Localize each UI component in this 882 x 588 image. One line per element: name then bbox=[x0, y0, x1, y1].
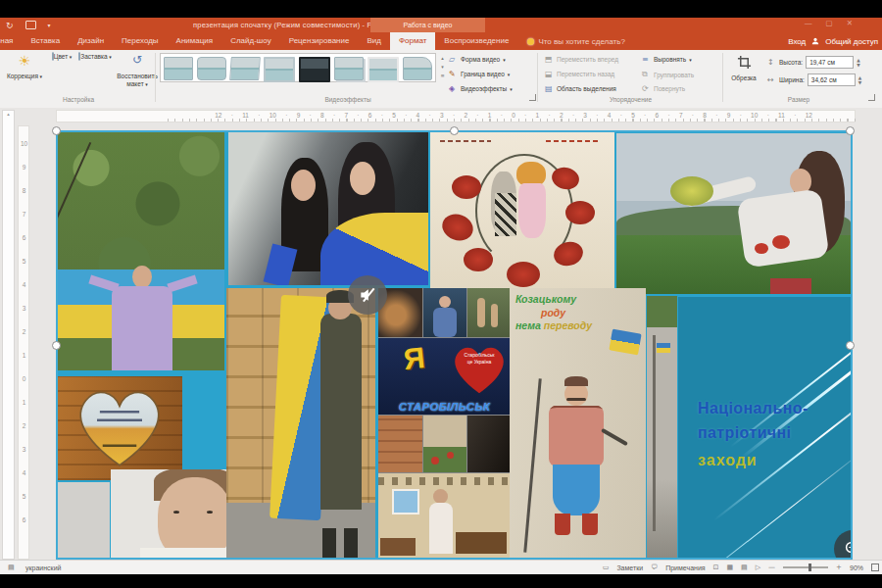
vertical-ruler[interactable]: 10 9 8 7 6 5 4 3 2 1 0 1 2 3 4 5 6 bbox=[18, 125, 29, 560]
video-style-thumb[interactable] bbox=[264, 57, 295, 82]
girl1-face bbox=[291, 170, 316, 201]
photo-filler bbox=[58, 482, 110, 558]
video-style-thumb-selected[interactable] bbox=[299, 57, 330, 82]
slide-thumbnails-pane[interactable]: ▴ bbox=[2, 110, 15, 560]
flag-drape bbox=[320, 213, 428, 285]
tab-home[interactable]: Главная bbox=[0, 32, 22, 50]
normal-view-icon[interactable]: ⊡ bbox=[713, 564, 719, 571]
person-icon bbox=[811, 37, 819, 45]
video-style-thumb[interactable] bbox=[334, 57, 364, 80]
crop-button[interactable]: Обрезка bbox=[726, 53, 761, 82]
video-letterbox-top bbox=[0, 0, 882, 18]
tile-museum-room bbox=[378, 473, 511, 558]
start-from-beginning-icon[interactable]: ↻ bbox=[6, 21, 14, 30]
city-name: СТАРОБІЛЬСЬК bbox=[378, 401, 511, 413]
minimize-icon[interactable]: — bbox=[805, 19, 812, 27]
zoom-level[interactable]: 90% bbox=[850, 564, 863, 571]
muted-speaker-icon bbox=[358, 285, 377, 305]
soldier-boot bbox=[322, 528, 336, 558]
photo-flower-drawing bbox=[430, 132, 614, 295]
flower bbox=[507, 262, 540, 287]
styles-dialog-launcher[interactable] bbox=[529, 94, 536, 101]
video-style-thumb[interactable] bbox=[403, 57, 432, 80]
slide-sorter-icon[interactable]: ▦ bbox=[726, 564, 733, 571]
cossack-trousers bbox=[553, 465, 600, 515]
color-button[interactable]: Цвет ▾ bbox=[47, 53, 76, 61]
horizontal-ruler[interactable]: 12 · 11 · 10 · 9 · 8 · 7 · 6 · 5 · 4 · 3… bbox=[56, 110, 856, 122]
restore-icon[interactable]: ▢ bbox=[826, 19, 833, 27]
vertical-ruler-numbers: 10 9 8 7 6 5 4 3 2 1 0 1 2 3 4 5 6 bbox=[19, 132, 29, 532]
slideshow-icon[interactable]: ▷ bbox=[756, 564, 760, 571]
width-input[interactable]: 34,62 см bbox=[808, 74, 856, 86]
selection-handle-top-right[interactable] bbox=[846, 126, 855, 135]
photo-cossack-drawing: Козацькому роду нема переводу bbox=[510, 288, 646, 558]
reset-design-button[interactable]: ↺ Восстановить макет ▾ bbox=[114, 53, 161, 88]
photo-soldier-with-flag bbox=[226, 288, 375, 558]
heart-caption: Старобільськ це Україна bbox=[451, 352, 508, 365]
branch bbox=[58, 142, 91, 232]
sign-in-link[interactable]: Вход bbox=[788, 37, 806, 46]
video-effects-button[interactable]: ◈ Видеоэффекты▾ bbox=[449, 84, 539, 93]
video-style-thumb[interactable] bbox=[229, 57, 261, 80]
mustache bbox=[566, 398, 586, 401]
comments-toggle[interactable]: Примечания bbox=[665, 564, 705, 571]
customize-arrow-icon[interactable]: ▾ bbox=[48, 22, 51, 28]
sun-icon: ☀ bbox=[4, 53, 45, 73]
photo-flagpole-strip bbox=[647, 296, 677, 558]
tab-review[interactable]: Рецензирование bbox=[280, 32, 359, 50]
tab-transitions[interactable]: Переходы bbox=[113, 32, 168, 50]
video-styles-gallery[interactable] bbox=[160, 53, 436, 82]
tab-view[interactable]: Вид bbox=[358, 32, 389, 50]
zoom-slider[interactable] bbox=[783, 566, 828, 568]
lightbulb-icon bbox=[527, 38, 534, 45]
handwriting-left bbox=[440, 140, 491, 142]
poster-frame-button[interactable]: Заставка ▾ bbox=[78, 53, 112, 61]
share-button[interactable]: Общий доступ bbox=[825, 37, 878, 46]
tab-animations[interactable]: Анимация bbox=[168, 32, 222, 50]
flower bbox=[439, 210, 477, 244]
photo-girl-in-field bbox=[616, 133, 851, 294]
tab-design[interactable]: Дизайн bbox=[69, 32, 113, 50]
height-spinner[interactable]: ▲▼ bbox=[857, 58, 859, 68]
fit-slide-icon[interactable] bbox=[871, 564, 879, 571]
corrections-button[interactable]: ☀ Коррекция ▾ bbox=[4, 53, 45, 80]
tab-playback[interactable]: Воспроизведение bbox=[435, 32, 517, 50]
selection-pane-button[interactable]: ▤ Область выделения bbox=[545, 84, 635, 93]
boy-eye bbox=[207, 511, 213, 514]
tab-insert[interactable]: Вставка bbox=[22, 32, 69, 50]
align-button[interactable]: ≡ Выровнять▾ bbox=[642, 55, 732, 64]
language-indicator[interactable]: украинский bbox=[25, 564, 62, 571]
tell-me-box[interactable]: Что вы хотите сделать? bbox=[527, 32, 624, 50]
video-frame[interactable]: Я Старобільськ це Україна СТАРОБІЛЬСЬК bbox=[56, 130, 853, 560]
size-dialog-launcher[interactable] bbox=[868, 94, 875, 101]
zoom-in-icon[interactable]: + bbox=[836, 564, 842, 571]
reading-view-icon[interactable]: ▤ bbox=[741, 564, 748, 571]
zoom-slider-knob[interactable] bbox=[808, 564, 811, 571]
video-shape-button[interactable]: ▱ Форма видео▾ bbox=[449, 55, 539, 64]
muted-audio-indicator[interactable] bbox=[348, 275, 387, 315]
monitor-icon[interactable] bbox=[25, 21, 36, 29]
tab-slideshow[interactable]: Слайд-шоу bbox=[221, 32, 279, 50]
selection-handle-middle-right[interactable] bbox=[846, 341, 855, 350]
video-style-thumb[interactable] bbox=[164, 57, 193, 80]
bench bbox=[380, 538, 416, 556]
poppy bbox=[772, 235, 790, 249]
height-input[interactable]: 19,47 см bbox=[806, 56, 854, 69]
selection-handle-top-center[interactable] bbox=[450, 126, 459, 135]
video-shape-icon: ▱ bbox=[449, 55, 458, 64]
tab-format[interactable]: Формат bbox=[390, 32, 435, 50]
selection-handle-middle-left[interactable] bbox=[52, 341, 61, 350]
selection-handle-top-left[interactable] bbox=[52, 126, 61, 135]
video-style-thumb[interactable] bbox=[197, 57, 226, 80]
video-style-thumb[interactable] bbox=[368, 57, 399, 82]
video-border-button[interactable]: ✎ Граница видео▾ bbox=[449, 70, 539, 78]
width-spinner[interactable]: ▲▼ bbox=[858, 75, 861, 85]
spellcheck-icon[interactable]: ▤ bbox=[8, 564, 15, 571]
notes-toggle[interactable]: Заметки bbox=[616, 564, 643, 571]
zoom-out-icon[interactable]: — bbox=[768, 564, 775, 571]
close-icon[interactable]: ✕ bbox=[847, 19, 853, 27]
tile-statues bbox=[467, 288, 511, 337]
small-flag bbox=[657, 343, 670, 353]
gallery-scroll-arrows[interactable]: ▴▾≡ bbox=[438, 54, 447, 80]
height-field-row: ↕ Высота: 19,47 см ▲▼ bbox=[767, 56, 875, 69]
